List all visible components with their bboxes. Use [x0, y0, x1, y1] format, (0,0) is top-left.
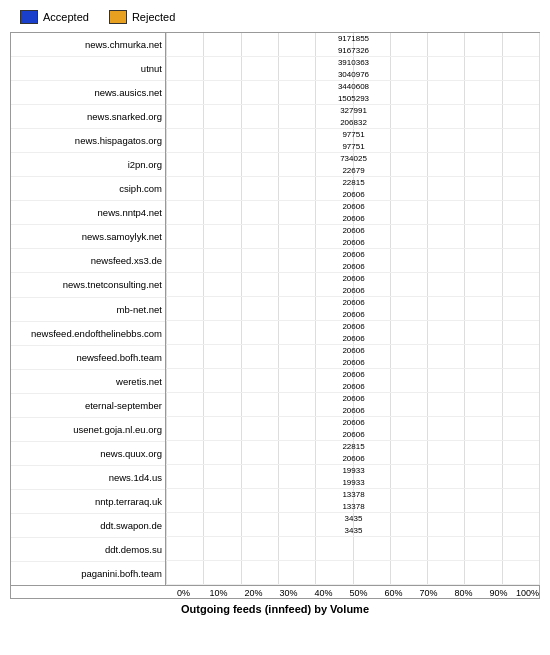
x-axis-label: 60%	[376, 586, 411, 598]
bar-row: 1993319933	[166, 465, 539, 489]
y-axis: news.chmurka.netutnutnews.ausics.netnews…	[11, 33, 166, 585]
bar-row	[166, 561, 539, 585]
y-label: newsfeed.bofh.team	[11, 346, 165, 370]
y-label: news.nntp4.net	[11, 201, 165, 225]
rejected-value: 13378	[342, 502, 364, 511]
accepted-value: 327991	[340, 106, 367, 115]
x-axis-label: 40%	[306, 586, 341, 598]
bar-row: 2281520606	[166, 441, 539, 465]
bar-row: 2060620606	[166, 225, 539, 249]
rejected-value: 206832	[340, 118, 367, 127]
bar-row: 73402522679	[166, 153, 539, 177]
x-axis-label: 90%	[481, 586, 516, 598]
accepted-value: 20606	[342, 322, 364, 331]
y-label: news.ausics.net	[11, 81, 165, 105]
bar-row: 9775197751	[166, 129, 539, 153]
accepted-legend-label: Accepted	[43, 11, 89, 23]
bar-row: 2060620606	[166, 417, 539, 441]
rejected-value: 20606	[342, 190, 364, 199]
accepted-value: 20606	[342, 274, 364, 283]
rejected-value: 20606	[342, 262, 364, 271]
rejected-value: 97751	[342, 142, 364, 151]
y-label: news.chmurka.net	[11, 33, 165, 57]
accepted-value: 20606	[342, 370, 364, 379]
rejected-value: 20606	[342, 286, 364, 295]
accepted-value: 3910363	[338, 58, 369, 67]
y-label: usenet.goja.nl.eu.org	[11, 418, 165, 442]
bar-row: 2060620606	[166, 249, 539, 273]
y-label: paganini.bofh.team	[11, 562, 165, 585]
accepted-value: 734025	[340, 154, 367, 163]
accepted-value: 3440608	[338, 82, 369, 91]
bar-row: 34353435	[166, 513, 539, 537]
y-label: news.tnetconsulting.net	[11, 273, 165, 297]
rejected-value: 3040976	[338, 70, 369, 79]
rejected-legend-box	[109, 10, 127, 24]
y-label: ddt.demos.su	[11, 538, 165, 562]
bar-row: 2060620606	[166, 297, 539, 321]
bar-row: 2060620606	[166, 345, 539, 369]
accepted-value: 20606	[342, 394, 364, 403]
x-axis-label: 50%	[341, 586, 376, 598]
chart-container: Accepted Rejected news.chmurka.netutnutn…	[0, 0, 550, 655]
y-label: mb-net.net	[11, 298, 165, 322]
y-label: news.hispagatos.org	[11, 129, 165, 153]
x-axis-label: 80%	[446, 586, 481, 598]
grid-line	[539, 33, 540, 585]
y-label: newsfeed.xs3.de	[11, 249, 165, 273]
accepted-legend-box	[20, 10, 38, 24]
y-label: news.quux.org	[11, 442, 165, 466]
x-axis-label: 20%	[236, 586, 271, 598]
bar-row: 2060620606	[166, 393, 539, 417]
rejected-legend-label: Rejected	[132, 11, 175, 23]
rejected-value: 19933	[342, 478, 364, 487]
rejected-value: 20606	[342, 214, 364, 223]
y-label: utnut	[11, 57, 165, 81]
legend-accepted: Accepted	[20, 10, 89, 24]
accepted-value: 22815	[342, 178, 364, 187]
bars-section: 9171855916732639103633040976344060815052…	[166, 33, 539, 585]
accepted-value: 97751	[342, 130, 364, 139]
rejected-value: 20606	[342, 406, 364, 415]
y-label: nntp.terraraq.uk	[11, 490, 165, 514]
x-axis-label: 100%	[516, 586, 539, 598]
y-label: ddt.swapon.de	[11, 514, 165, 538]
y-label: i2pn.org	[11, 153, 165, 177]
rejected-value: 20606	[342, 382, 364, 391]
rejected-value: 3435	[345, 526, 363, 535]
x-axis-label: 70%	[411, 586, 446, 598]
y-label: newsfeed.endofthelinebbs.com	[11, 322, 165, 346]
bar-row: 91718559167326	[166, 33, 539, 57]
accepted-value: 20606	[342, 226, 364, 235]
bar-row: 39103633040976	[166, 57, 539, 81]
y-label: news.snarked.org	[11, 105, 165, 129]
rejected-value: 20606	[342, 334, 364, 343]
accepted-value: 20606	[342, 346, 364, 355]
x-axis: 0%10%20%30%40%50%60%70%80%90%100%	[11, 585, 539, 598]
bar-row: 2060620606	[166, 201, 539, 225]
bar-row: 327991206832	[166, 105, 539, 129]
bar-row: 34406081505293	[166, 81, 539, 105]
bar-row	[166, 537, 539, 561]
rejected-value: 20606	[342, 310, 364, 319]
rejected-value: 9167326	[338, 46, 369, 55]
accepted-value: 20606	[342, 298, 364, 307]
y-label: csiph.com	[11, 177, 165, 201]
bar-row: 1337813378	[166, 489, 539, 513]
bar-row: 2281520606	[166, 177, 539, 201]
rejected-value: 22679	[342, 166, 364, 175]
y-label: weretis.net	[11, 370, 165, 394]
rejected-value: 1505293	[338, 94, 369, 103]
accepted-value: 3435	[345, 514, 363, 523]
legend-rejected: Rejected	[109, 10, 175, 24]
accepted-value: 13378	[342, 490, 364, 499]
bar-row: 2060620606	[166, 273, 539, 297]
accepted-value: 19933	[342, 466, 364, 475]
rejected-value: 20606	[342, 454, 364, 463]
y-label: news.samoylyk.net	[11, 225, 165, 249]
accepted-value: 20606	[342, 202, 364, 211]
rejected-value: 20606	[342, 238, 364, 247]
rejected-value: 20606	[342, 358, 364, 367]
accepted-value: 9171855	[338, 34, 369, 43]
bar-row: 2060620606	[166, 321, 539, 345]
